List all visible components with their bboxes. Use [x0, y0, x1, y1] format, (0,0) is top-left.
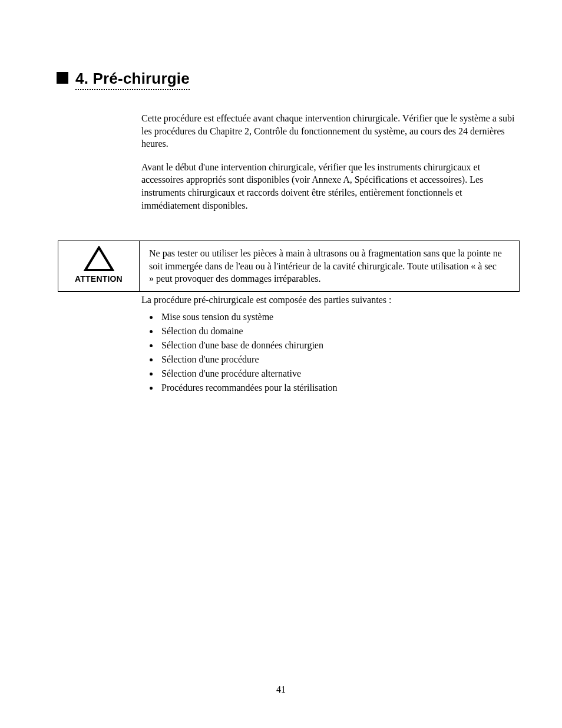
procedure-checklist: Mise sous tension du système Sélection d…	[159, 310, 518, 395]
caution-box: ATTENTION Ne pas tester ou utiliser les …	[58, 241, 520, 292]
page: 4. Pré-chirurgie Cette procédure est eff…	[0, 0, 562, 728]
page-number: 41	[0, 684, 562, 695]
intro-paragraph-2: Avant le début d'une intervention chirur…	[141, 161, 518, 212]
list-item: Procédures recommandées pour la stérilis…	[159, 381, 518, 395]
list-item: Sélection d'une procédure	[159, 353, 518, 367]
procedure-intro: La procédure pré-chirurgicale est compos…	[141, 294, 518, 307]
chapter-title: 4. Pré-chirurgie	[75, 70, 190, 90]
chapter-header: 4. Pré-chirurgie	[57, 70, 190, 90]
list-item: Sélection du domaine	[159, 324, 518, 338]
caution-text: Ne pas tester ou utiliser les pièces à m…	[140, 241, 519, 291]
list-item: Sélection d'une base de données chirurgi…	[159, 338, 518, 353]
procedure-block: La procédure pré-chirurgicale est compos…	[141, 294, 518, 395]
list-item: Mise sous tension du système	[159, 310, 518, 324]
list-item: Sélection d'une procédure alternative	[159, 367, 518, 381]
intro-block: Cette procédure est effectuée avant chaq…	[141, 112, 518, 222]
caution-attention-label: ATTENTION	[75, 274, 123, 284]
intro-paragraph-1: Cette procédure est effectuée avant chaq…	[141, 112, 518, 150]
chapter-marker-square	[57, 72, 68, 84]
warning-triangle-icon	[84, 245, 114, 274]
svg-marker-0	[85, 248, 113, 270]
caution-left-cell: ATTENTION	[58, 241, 140, 291]
